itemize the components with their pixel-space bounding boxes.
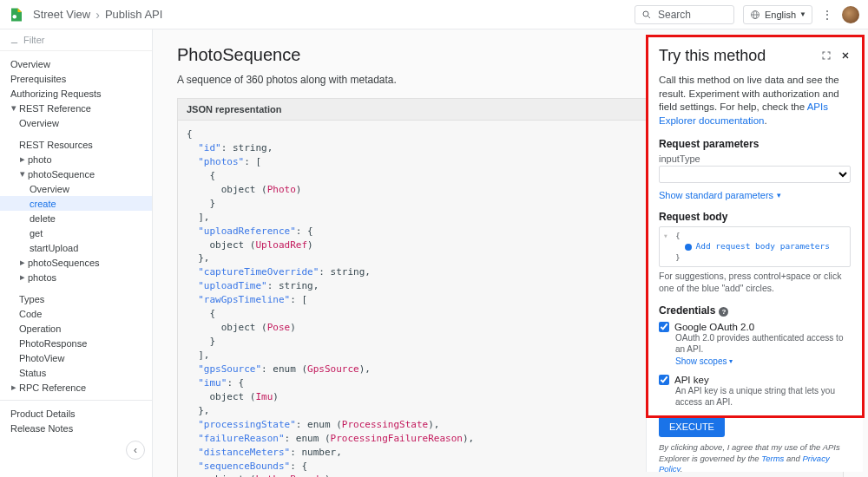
sidebar-item-label: Operation bbox=[19, 323, 61, 334]
sidebar-item[interactable]: Release Notes bbox=[0, 421, 152, 435]
req-body-editor[interactable]: ▾ { Add request body parameters } bbox=[659, 226, 851, 267]
sidebar-item[interactable]: Overview bbox=[0, 115, 152, 130]
breadcrumb-product[interactable]: Street View bbox=[33, 8, 90, 21]
show-std-params[interactable]: Show standard parameters ▾ bbox=[659, 190, 851, 200]
apikey-checkbox[interactable] bbox=[659, 375, 669, 385]
caret-down-icon: ▼ bbox=[799, 10, 806, 18]
sidebar-item[interactable]: startUpload bbox=[0, 240, 152, 255]
search-placeholder: Search bbox=[658, 9, 691, 21]
more-menu-icon[interactable]: ⋮ bbox=[821, 8, 833, 22]
filter-icon: ⚊ bbox=[10, 36, 18, 45]
sidebar-item-label: Authorizing Requests bbox=[10, 88, 102, 99]
close-icon[interactable] bbox=[840, 50, 851, 62]
sidebar-item[interactable]: ▾photoSequence bbox=[0, 167, 152, 181]
disclaimer-mid: and bbox=[784, 454, 802, 463]
show-scopes-label: Show scopes bbox=[675, 356, 727, 366]
disclaimer-post: . bbox=[681, 464, 683, 472]
apikey-label: API key bbox=[674, 375, 709, 385]
sidebar-item[interactable]: Types bbox=[0, 291, 152, 306]
sidebar-item-label: REST Reference bbox=[19, 103, 91, 114]
sidebar-item[interactable]: REST Resources bbox=[0, 137, 152, 152]
sidebar-item[interactable]: ▸photoSequences bbox=[0, 255, 152, 270]
caret-right-icon: ▸ bbox=[19, 271, 26, 283]
svg-point-0 bbox=[13, 15, 17, 19]
req-body-hint: For suggestions, press control+space or … bbox=[659, 271, 851, 294]
panel-title: Try this method bbox=[659, 47, 766, 65]
sidebar-item-label: get bbox=[30, 228, 43, 238]
apikey-sub: An API key is a unique string that lets … bbox=[675, 385, 851, 408]
show-scopes[interactable]: Show scopes ▾ bbox=[675, 356, 851, 366]
sidebar-item-label: Release Notes bbox=[10, 423, 73, 434]
sidebar-item-label: PhotoView bbox=[19, 353, 64, 363]
disclaimer: By clicking above, I agree that my use o… bbox=[659, 442, 851, 472]
breadcrumb: Street View › Publish API bbox=[33, 8, 162, 22]
execute-button[interactable]: EXECUTE bbox=[659, 416, 725, 437]
credentials-label: Credentials bbox=[659, 304, 715, 317]
caret-right-icon: ▸ bbox=[19, 154, 26, 165]
sidebar-item[interactable]: create bbox=[0, 196, 152, 211]
sidebar-item[interactable]: Operation bbox=[0, 321, 152, 336]
help-icon[interactable]: ? bbox=[719, 307, 728, 317]
sidebar-item-label: Status bbox=[19, 368, 46, 378]
sidebar: ⚊ Filter OverviewPrerequisitesAuthorizin… bbox=[0, 29, 153, 477]
sidebar-item[interactable]: Prerequisites bbox=[0, 71, 152, 86]
sidebar-item[interactable]: delete bbox=[0, 211, 152, 225]
oauth-checkbox[interactable] bbox=[659, 322, 669, 332]
sidebar-item[interactable]: PhotoResponse bbox=[0, 336, 152, 350]
add-body-link[interactable]: Add request body parameters bbox=[695, 241, 829, 251]
language-selector[interactable]: English ▼ bbox=[743, 5, 812, 24]
sidebar-item-label: Prerequisites bbox=[10, 74, 66, 84]
sidebar-item[interactable]: Status bbox=[0, 365, 152, 380]
filter-input[interactable]: ⚊ Filter bbox=[0, 29, 152, 51]
svg-point-1 bbox=[643, 11, 648, 16]
chevron-down-icon: ▾ bbox=[729, 357, 733, 365]
sidebar-item-label: photos bbox=[28, 272, 56, 283]
req-body-heading: Request body bbox=[659, 211, 851, 223]
collapse-sidebar-button[interactable]: ‹ bbox=[126, 441, 145, 460]
search-input[interactable]: Search bbox=[635, 5, 734, 24]
sidebar-item[interactable]: ▸RPC Reference bbox=[0, 380, 152, 395]
sidebar-item[interactable]: ▸photos bbox=[0, 270, 152, 284]
add-circle-icon[interactable] bbox=[685, 244, 692, 251]
nav: OverviewPrerequisitesAuthorizing Request… bbox=[0, 51, 152, 435]
breadcrumb-section[interactable]: Publish API bbox=[105, 8, 163, 21]
sidebar-item[interactable]: Overview bbox=[0, 56, 152, 71]
avatar[interactable] bbox=[842, 6, 859, 23]
sidebar-item-label: RPC Reference bbox=[19, 382, 86, 393]
sidebar-item[interactable]: get bbox=[0, 225, 152, 240]
sidebar-item[interactable]: Authorizing Requests bbox=[0, 86, 152, 101]
terms-link[interactable]: Terms bbox=[761, 454, 784, 463]
caret-down-icon: ▾ bbox=[19, 168, 26, 180]
sidebar-item-label: Overview bbox=[30, 184, 69, 194]
sidebar-item-label: Overview bbox=[19, 118, 59, 128]
sidebar-item-label: PhotoResponse bbox=[19, 338, 87, 349]
main: PhotoSequence A sequence of 360 photos a… bbox=[153, 29, 868, 477]
sidebar-item-label: startUpload bbox=[30, 243, 78, 253]
sidebar-item-label: Code bbox=[19, 309, 42, 319]
sidebar-item[interactable]: PhotoView bbox=[0, 350, 152, 365]
chevron-down-icon: ▾ bbox=[777, 191, 781, 199]
sidebar-item-label: REST Resources bbox=[19, 140, 93, 150]
sidebar-item-label: create bbox=[30, 199, 56, 209]
sidebar-item[interactable]: Overview bbox=[0, 181, 152, 196]
sidebar-item[interactable]: Code bbox=[0, 306, 152, 321]
param-inputtype-select[interactable] bbox=[659, 166, 851, 183]
oauth-sub: OAuth 2.0 provides authenticated access … bbox=[675, 332, 851, 355]
sidebar-item-label: Product Details bbox=[10, 408, 76, 419]
fullscreen-icon[interactable] bbox=[821, 50, 832, 62]
caret-right-icon: ▸ bbox=[10, 382, 17, 393]
sidebar-item[interactable]: ▾REST Reference bbox=[0, 101, 152, 115]
language-label: English bbox=[765, 10, 796, 20]
filter-label: Filter bbox=[23, 35, 44, 45]
product-logo-icon bbox=[9, 7, 24, 23]
globe-icon bbox=[749, 9, 761, 21]
sidebar-item-label: photoSequence bbox=[28, 169, 95, 180]
sidebar-item[interactable]: ▸photo bbox=[0, 152, 152, 167]
param-inputtype-label: inputType bbox=[659, 154, 851, 164]
sidebar-item[interactable]: Product Details bbox=[0, 406, 152, 421]
sidebar-item-label: photoSequences bbox=[28, 258, 100, 268]
req-params-heading: Request parameters bbox=[659, 138, 851, 150]
credentials-heading: Credentials? bbox=[659, 304, 851, 317]
caret-right-icon: ▸ bbox=[19, 257, 26, 268]
oauth-label: Google OAuth 2.0 bbox=[674, 322, 754, 332]
